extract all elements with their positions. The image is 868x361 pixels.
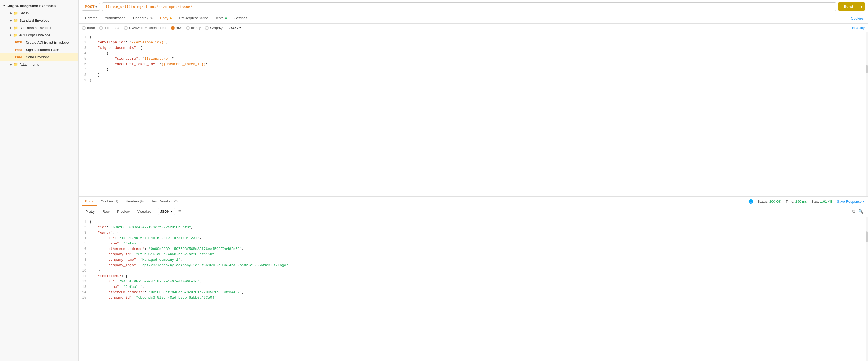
radio-circle-none <box>82 26 86 30</box>
radio-none[interactable]: none <box>82 26 95 30</box>
url-input[interactable] <box>102 2 836 11</box>
line-content: "ethereum_address": "0x16F65ef7d4FaeB782… <box>89 290 868 295</box>
line-number: 6 <box>79 62 89 67</box>
cookies-link[interactable]: Cookies <box>850 13 865 23</box>
sidebar-item-standard-envelope[interactable]: ▶ 📁 Standard Envelope <box>0 17 78 24</box>
radio-graphql[interactable]: GraphQL <box>205 26 224 30</box>
sidebar-item-create-aci-egypt-envelope[interactable]: POST Create ACI Egypt Envelope <box>0 39 78 46</box>
response-tab-cookies[interactable]: Cookies (1) <box>98 197 121 206</box>
code-line-5: 5 "signature": "{{signature}}", <box>79 56 868 62</box>
code-line-1: 1 { <box>79 34 868 40</box>
resp-code-line-1: 1 { <box>79 219 868 225</box>
sidebar-item-label: ACI Egypt Envelope <box>19 33 51 37</box>
sidebar-item-blockchain-envelope[interactable]: ▶ 📁 Blockchain Envelope <box>0 24 78 31</box>
send-button[interactable]: Send <box>838 2 859 11</box>
chevron-down-icon: ▾ <box>3 4 5 8</box>
code-line-9: 9 } <box>79 78 868 83</box>
resp-code-line-15: 15 "company_id": "cbechdc3-012d-48ad-b2d… <box>79 295 868 301</box>
response-status-bar: 🌐 Status: 200 OK Time: 290 ms Size: 1.61… <box>748 199 865 203</box>
resp-scrollbar-track[interactable] <box>866 217 868 361</box>
send-button-container: Send ▾ <box>838 2 865 11</box>
tab-settings[interactable]: Settings <box>231 13 250 23</box>
radio-urlencoded[interactable]: x-www-form-urlencoded <box>124 26 166 30</box>
format-raw-button[interactable]: Raw <box>99 208 113 215</box>
request-body-editor[interactable]: 1 { 2 "envelope_id": "{{envelope_id}}", … <box>79 32 868 197</box>
line-content: "id": "63bf8503-83c4-477f-9e7f-22a2310b3… <box>89 225 868 230</box>
scrollbar-track[interactable] <box>866 32 868 196</box>
line-number: 3 <box>79 230 89 235</box>
resp-code-line-3: 3 "owner": { <box>79 230 868 235</box>
beautify-button[interactable]: Beautify <box>852 26 865 30</box>
tab-headers[interactable]: Headers (10) <box>130 13 156 23</box>
chevron-right-icon: ▶ <box>10 19 12 22</box>
folder-icon: 📁 <box>13 33 17 37</box>
size-value: 1.61 KB <box>820 199 833 203</box>
line-content: "company_logo": "api/v3/logos/by-company… <box>89 263 868 268</box>
radio-binary[interactable]: binary <box>186 26 200 30</box>
chevron-right-icon: ▶ <box>10 63 12 66</box>
line-number: 11 <box>79 273 89 279</box>
line-content: ] <box>89 72 868 78</box>
headers-badge: (8) <box>140 200 144 203</box>
response-json-format[interactable]: JSON ▾ <box>158 208 175 215</box>
sidebar-item-send-envelope[interactable]: POST Send Envelope <box>0 54 78 61</box>
code-line-6: 6 "document_token_id": "{{document_token… <box>79 62 868 67</box>
folder-icon: 📁 <box>13 11 18 15</box>
tab-params[interactable]: Params <box>82 13 100 23</box>
tests-dot <box>225 18 227 19</box>
json-format-label: JSON <box>229 26 238 30</box>
sidebar-item-label: Setup <box>20 11 29 15</box>
line-content: "name": "Default", <box>89 284 868 290</box>
line-content: "company_id": "cbechdc3-012d-48ad-b2db-6… <box>89 295 868 301</box>
radio-label-raw: raw <box>176 26 182 30</box>
radio-form-data[interactable]: form-data <box>99 26 120 30</box>
format-visualize-button[interactable]: Visualize <box>134 208 155 215</box>
response-tab-headers[interactable]: Headers (8) <box>123 197 147 206</box>
send-dropdown-button[interactable]: ▾ <box>859 2 865 11</box>
search-button[interactable]: 🔍 <box>857 208 865 215</box>
line-content: "envelope_id": "{{envelope_id}}", <box>89 40 868 45</box>
line-content: "recipient": { <box>89 273 868 279</box>
sidebar-item-aci-egypt-envelope[interactable]: ▾ 📁 ACI Egypt Envelope <box>0 31 78 39</box>
sidebar-item-setup[interactable]: ▶ 📁 Setup <box>0 9 78 17</box>
resp-code-line-4: 4 "id": "1db9e749-6e1c-4cf5-9c19-1d731bd… <box>79 235 868 241</box>
radio-label-none: none <box>87 26 95 30</box>
sidebar-item-attachments[interactable]: ▶ 📁 Attachments <box>0 61 78 68</box>
response-tab-body[interactable]: Body <box>82 197 96 206</box>
response-tabs-bar: Body Cookies (1) Headers (8) Test Result… <box>79 197 868 206</box>
line-number: 5 <box>79 56 89 62</box>
format-preview-button[interactable]: Preview <box>114 208 133 215</box>
copy-button[interactable]: ⧉ <box>851 208 856 215</box>
line-number: 7 <box>79 67 89 72</box>
response-tab-test-results[interactable]: Test Results (1/1) <box>148 197 181 206</box>
code-line-7: 7 } <box>79 67 868 72</box>
tab-pre-request-script[interactable]: Pre-request Script <box>176 13 211 23</box>
line-number: 7 <box>79 252 89 257</box>
sidebar-item-sign-document-hash[interactable]: POST Sign Document Hash <box>0 46 78 54</box>
filter-button[interactable]: ≡ <box>177 208 182 215</box>
tab-body[interactable]: Body <box>157 13 175 23</box>
line-number: 13 <box>79 284 89 290</box>
format-pretty-button[interactable]: Pretty <box>82 208 98 215</box>
line-number: 9 <box>79 78 89 83</box>
response-section: Body Cookies (1) Headers (8) Test Result… <box>79 197 868 361</box>
sidebar-root[interactable]: ▾ CargoX Integration Examples <box>0 2 78 9</box>
radio-circle-raw <box>171 26 175 30</box>
method-badge-post: POST <box>14 41 24 44</box>
resp-code-line-8: 8 "company_name": "Managed company 1", <box>79 257 868 263</box>
radio-raw[interactable]: raw <box>171 26 182 30</box>
sidebar-item-label: Blockchain Envelope <box>20 26 52 30</box>
line-number: 15 <box>79 295 89 301</box>
tab-authorization[interactable]: Authorization <box>102 13 129 23</box>
editor-area: 1 { 2 "envelope_id": "{{envelope_id}}", … <box>79 32 868 361</box>
tab-tests[interactable]: Tests <box>212 13 230 23</box>
resp-code-line-2: 2 "id": "63bf8503-83c4-477f-9e7f-22a2310… <box>79 225 868 230</box>
method-select[interactable]: POST ▾ <box>82 3 100 10</box>
line-number: 12 <box>79 279 89 284</box>
radio-label-graphql: GraphQL <box>210 26 224 30</box>
save-response-button[interactable]: Save Response ▾ <box>837 199 865 203</box>
line-content: "document_token_id": "{{document_token_i… <box>89 62 868 67</box>
json-format-dropdown[interactable]: JSON ▾ <box>229 26 241 30</box>
line-number: 8 <box>79 72 89 78</box>
line-number: 10 <box>79 268 89 273</box>
